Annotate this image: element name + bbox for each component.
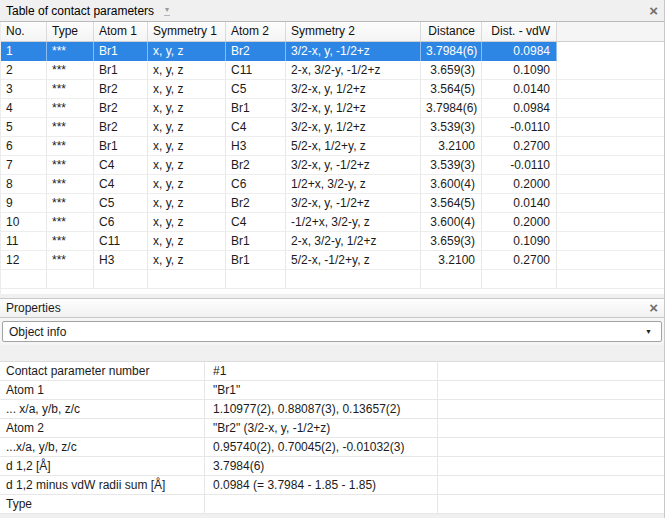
cell-empty: [47, 270, 94, 288]
property-row-d-1-2[interactable]: d 1,2 [Å]3.7984(6): [0, 457, 664, 476]
contact-row-2[interactable]: 2***Br1x, y, zC112-x, 3/2-y, -1/2+z3.659…: [1, 61, 664, 80]
cell-symmetry-2: 3/2-x, y, -1/2+z: [286, 156, 421, 174]
cell-empty: [421, 270, 482, 288]
cell-symmetry-2: 1/2+x, 3/2-y, z: [286, 175, 421, 193]
cell-type: ***: [47, 213, 94, 231]
column-header-type[interactable]: Type: [47, 22, 94, 41]
cell-atom-2: Br1: [226, 232, 286, 250]
column-header-symmetry-1[interactable]: Symmetry 1: [148, 22, 226, 41]
row-filler: [557, 137, 664, 155]
property-row-atom-1[interactable]: Atom 1"Br1": [0, 381, 664, 400]
cell-symmetry-1: x, y, z: [148, 99, 226, 117]
property-value: "Br2" (3/2-x, y, -1/2+z): [205, 419, 438, 437]
chevron-down-icon: ▼: [645, 328, 655, 335]
panel-menu-icon[interactable]: ▾: [164, 6, 170, 16]
cell-atom-1: C6: [94, 213, 148, 231]
properties-title: Properties: [6, 301, 61, 315]
column-header-atom-2[interactable]: Atom 2: [226, 22, 286, 41]
cell-atom-1: H3: [94, 251, 148, 269]
cell-atom-2: Br1: [226, 99, 286, 117]
cell-symmetry-2: 3/2-x, y, -1/2+z: [286, 42, 421, 61]
contact-row-12[interactable]: 12***H3x, y, zBr15/2-x, -1/2+y, z3.21000…: [1, 251, 664, 270]
property-value: 3.7984(6): [205, 457, 438, 475]
property-row-filler: [438, 419, 664, 437]
cell-atom-2: Br2: [226, 156, 286, 174]
contact-row-9[interactable]: 9***C5x, y, zBr23/2-x, y, -1/2+z3.564(5)…: [1, 194, 664, 213]
cell-dist-vdw: 0.2000: [482, 213, 557, 231]
cell-no: 11: [1, 232, 47, 250]
cell-no: 5: [1, 118, 47, 136]
contact-row-7[interactable]: 7***C4x, y, zBr23/2-x, y, -1/2+z3.539(3)…: [1, 156, 664, 175]
cell-symmetry-1: x, y, z: [148, 213, 226, 231]
cell-symmetry-1: x, y, z: [148, 251, 226, 269]
property-row-x-a-y-b-z-c[interactable]: ... x/a, y/b, z/c1.10977(2), 0.88087(3),…: [0, 400, 664, 419]
row-filler: [557, 118, 664, 136]
cell-symmetry-2: 3/2-x, y, 1/2+z: [286, 118, 421, 136]
property-row-d-1-2-minus-vdw-radii-sum[interactable]: d 1,2 minus vdW radii sum [Å]0.0984 (= 3…: [0, 476, 664, 495]
contact-row-3[interactable]: 3***Br2x, y, zC53/2-x, y, 1/2+z3.564(5)0…: [1, 80, 664, 99]
cell-distance: 3.7984(6): [421, 42, 482, 61]
cell-symmetry-1: x, y, z: [148, 137, 226, 155]
property-label: Type: [0, 495, 205, 513]
cell-empty: [286, 270, 421, 288]
cell-no: 3: [1, 80, 47, 98]
property-row-atom-2[interactable]: Atom 2"Br2" (3/2-x, y, -1/2+z): [0, 419, 664, 438]
contact-panel-titlebar: Table of contact parameters ▾ ×: [0, 0, 664, 22]
object-info-dropdown-value: Object info: [9, 325, 66, 339]
cell-dist-vdw: 0.1090: [482, 61, 557, 79]
contact-row-8[interactable]: 8***C4x, y, zC61/2+x, 3/2-y, z3.600(4)0.…: [1, 175, 664, 194]
cell-symmetry-2: 3/2-x, y, 1/2+z: [286, 80, 421, 98]
row-filler: [557, 213, 664, 231]
object-info-dropdown[interactable]: Object info ▼: [2, 321, 662, 342]
column-header-atom-1[interactable]: Atom 1: [94, 22, 148, 41]
row-filler: [557, 42, 664, 61]
cell-atom-1: Br2: [94, 118, 148, 136]
cell-distance: 3.564(5): [421, 80, 482, 98]
row-filler: [557, 156, 664, 174]
cell-atom-2: C6: [226, 175, 286, 193]
contact-row-5[interactable]: 5***Br2x, y, zC43/2-x, y, 1/2+z3.539(3)-…: [1, 118, 664, 137]
property-row-filler: [438, 438, 664, 456]
cell-type: ***: [47, 232, 94, 250]
contact-table-header: No.TypeAtom 1Symmetry 1Atom 2Symmetry 2D…: [1, 22, 664, 42]
cell-atom-1: Br2: [94, 80, 148, 98]
cell-type: ***: [47, 175, 94, 193]
column-header-dist-vdw[interactable]: Dist. - vdW: [482, 22, 557, 41]
column-header-no[interactable]: No.: [1, 22, 47, 41]
contact-row-empty: [1, 270, 664, 289]
property-row-x-a-y-b-z-c[interactable]: ...x/a, y/b, z/c0.95740(2), 0.70045(2), …: [0, 438, 664, 457]
properties-close-icon[interactable]: ×: [649, 301, 658, 315]
column-header-distance[interactable]: Distance: [421, 22, 482, 41]
property-value: 0.0984 (= 3.7984 - 1.85 - 1.85): [205, 476, 438, 494]
cell-atom-1: Br2: [94, 99, 148, 117]
row-filler: [557, 99, 664, 117]
properties-gap: [0, 345, 664, 361]
property-row-filler: [438, 381, 664, 399]
property-row-contact-parameter-number[interactable]: Contact parameter number#1: [0, 362, 664, 381]
column-header-symmetry-2[interactable]: Symmetry 2: [286, 22, 421, 41]
contact-row-11[interactable]: 11***C11x, y, zBr12-x, 3/2-y, 1/2+z3.659…: [1, 232, 664, 251]
cell-distance: 3.659(3): [421, 232, 482, 250]
contact-row-6[interactable]: 6***Br1x, y, zH35/2-x, 1/2+y, z3.21000.2…: [1, 137, 664, 156]
cell-atom-2: Br1: [226, 251, 286, 269]
cell-atom-2: H3: [226, 137, 286, 155]
property-row-type[interactable]: Type: [0, 495, 664, 514]
contact-parameters-window: Table of contact parameters ▾ × No.TypeA…: [0, 0, 665, 518]
property-label: Atom 1: [0, 381, 205, 399]
cell-distance: 3.7984(6): [421, 99, 482, 117]
contact-row-10[interactable]: 10***C6x, y, zC4-1/2+x, 3/2-y, z3.600(4)…: [1, 213, 664, 232]
cell-no: 7: [1, 156, 47, 174]
property-label: ... x/a, y/b, z/c: [0, 400, 205, 418]
cell-no: 12: [1, 251, 47, 269]
cell-dist-vdw: 0.2700: [482, 137, 557, 155]
property-label: ...x/a, y/b, z/c: [0, 438, 205, 456]
cell-type: ***: [47, 194, 94, 212]
contact-row-1[interactable]: 1***Br1x, y, zBr23/2-x, y, -1/2+z3.7984(…: [1, 42, 664, 61]
cell-distance: 3.539(3): [421, 156, 482, 174]
cell-empty: [94, 270, 148, 288]
contact-row-4[interactable]: 4***Br2x, y, zBr13/2-x, y, 1/2+z3.7984(6…: [1, 99, 664, 118]
cell-dist-vdw: 0.1090: [482, 232, 557, 250]
contact-panel-close-icon[interactable]: ×: [649, 4, 658, 18]
property-label: Atom 2: [0, 419, 205, 437]
cell-type: ***: [47, 118, 94, 136]
